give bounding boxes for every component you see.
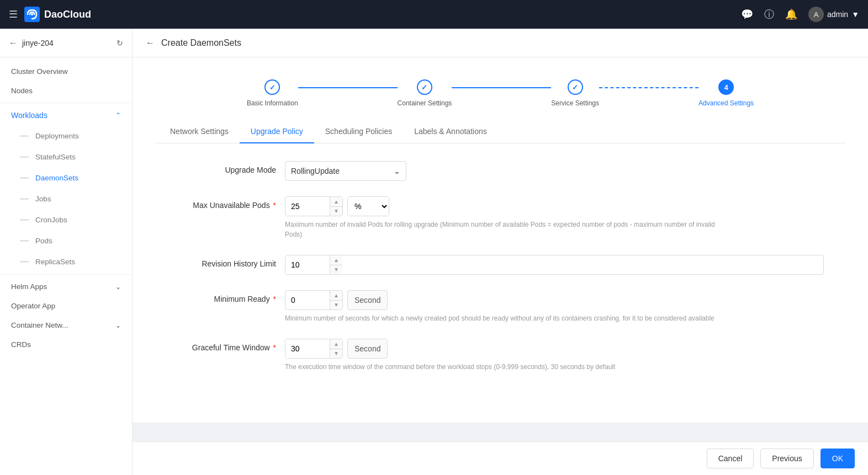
brand-name: DaoCloud [44, 9, 91, 20]
graceful-time-number-input[interactable]: 30 ▲ ▼ [285, 339, 343, 359]
notification-icon[interactable]: 🔔 [785, 8, 797, 20]
sidebar-item-label: Cluster Overview [11, 67, 68, 76]
sidebar-item-container-netw[interactable]: Container Netw... ⌄ [0, 316, 132, 335]
user-name: admin [827, 10, 848, 19]
daocloud-logo-icon [24, 7, 40, 22]
graceful-time-label: Graceful Time Window * [177, 339, 276, 352]
wizard-body: ✓ Basic Information ✓ Container Settings… [133, 57, 868, 441]
revision-history-up-btn[interactable]: ▲ [330, 255, 342, 265]
dash-icon: — [20, 236, 29, 245]
ok-button[interactable]: OK [821, 449, 855, 468]
cancel-button[interactable]: Cancel [707, 449, 754, 468]
sidebar-nav: Cluster Overview Nodes Workloads ⌃ — Dep… [0, 57, 132, 475]
hamburger-icon[interactable]: ☰ [9, 8, 18, 20]
minimum-ready-spinners: ▲ ▼ [330, 291, 342, 309]
tabs-bar: Network Settings Upgrade Policy Scheduli… [155, 120, 846, 143]
sidebar-item-label: Container Netw... [11, 321, 68, 329]
graceful-time-required: * [273, 343, 276, 352]
sidebar-item-jobs[interactable]: — Jobs [0, 188, 132, 209]
step-circle-2: ✓ [417, 79, 432, 95]
dash-icon: — [20, 152, 29, 162]
max-unavailable-hint: Maximum number of invalid Pods for rolli… [285, 220, 727, 239]
max-unavailable-unit-dropdown[interactable]: % Count [348, 197, 389, 216]
dash-icon: — [20, 131, 29, 141]
user-menu[interactable]: A admin ▼ [808, 7, 859, 22]
graceful-time-down-btn[interactable]: ▼ [330, 349, 342, 359]
help-icon[interactable]: ⓘ [764, 8, 774, 21]
upgrade-mode-value: RollingUpdate [291, 167, 340, 175]
graceful-time-spinners: ▲ ▼ [330, 339, 342, 358]
max-unavailable-number-input[interactable]: 25 ▲ ▼ [285, 196, 343, 216]
workloads-expand-icon: ⌃ [115, 111, 121, 119]
max-unavailable-up-btn[interactable]: ▲ [330, 197, 342, 206]
previous-button[interactable]: Previous [760, 449, 813, 468]
sidebar-item-label: Helm Apps [11, 282, 47, 291]
revision-history-number-input[interactable]: 10 ▲ ▼ [285, 255, 824, 275]
sidebar-item-pods[interactable]: — Pods [0, 230, 132, 251]
tab-upgrade-policy[interactable]: Upgrade Policy [240, 120, 314, 143]
graceful-time-input-field[interactable]: 30 [285, 339, 330, 358]
sidebar-item-workloads[interactable]: Workloads ⌃ [0, 105, 132, 125]
sidebar-item-operator-app[interactable]: Operator App [0, 296, 132, 316]
minimum-ready-hint: Minimum number of seconds for which a ne… [285, 313, 727, 323]
sidebar-item-label: CronJobs [35, 216, 67, 224]
tab-scheduling-policies[interactable]: Scheduling Policies [314, 120, 403, 143]
container-netw-expand-icon: ⌄ [115, 322, 121, 329]
graceful-time-up-btn[interactable]: ▲ [330, 339, 342, 349]
graceful-time-unit: Second [347, 339, 388, 359]
revision-history-spinners: ▲ ▼ [330, 255, 342, 274]
graceful-time-hint: The execution time window of the command… [285, 362, 727, 372]
sidebar-item-crds[interactable]: CRDs [0, 335, 132, 354]
max-unavailable-unit-select[interactable]: % Count [347, 196, 389, 216]
sidebar-item-cronjobs[interactable]: — CronJobs [0, 209, 132, 230]
sidebar-item-label: Nodes [11, 87, 33, 95]
page-back-icon[interactable]: ← [146, 38, 155, 48]
minimum-ready-input-field[interactable]: 0 [285, 291, 330, 309]
max-unavailable-label: Max Unavailable Pods * [177, 196, 276, 210]
graceful-time-control: 30 ▲ ▼ Second The execution time window [285, 339, 824, 372]
form-row-minimum-ready: Minimum Ready * 0 ▲ ▼ [177, 290, 824, 323]
sidebar-item-label: Workloads [11, 111, 47, 120]
sidebar-item-helm-apps[interactable]: Helm Apps ⌄ [0, 277, 132, 296]
minimum-ready-up-btn[interactable]: ▲ [330, 291, 342, 300]
helm-apps-expand-icon: ⌄ [115, 283, 121, 291]
upgrade-mode-select[interactable]: RollingUpdate ⌄ [285, 161, 406, 181]
max-unavailable-input-wrap: 25 ▲ ▼ % [285, 196, 824, 216]
avatar: A [808, 7, 824, 22]
top-navigation: ☰ DaoCloud 💬 ⓘ 🔔 A admin ▼ [0, 0, 868, 29]
step-circle-1: ✓ [264, 79, 280, 95]
cluster-back-icon[interactable]: ← [9, 38, 18, 48]
chat-icon[interactable]: 💬 [741, 8, 753, 20]
sidebar-item-label: DaemonSets [35, 174, 78, 182]
dash-icon: — [20, 215, 29, 225]
sidebar: ← jinye-204 ↻ Cluster Overview Nodes Wor… [0, 29, 133, 475]
sidebar-item-cluster-overview[interactable]: Cluster Overview [0, 62, 132, 81]
step-advanced-settings: 4 Advanced Settings [698, 79, 754, 107]
tab-labels-annotations[interactable]: Labels & Annotations [403, 120, 498, 143]
minimum-ready-down-btn[interactable]: ▼ [330, 301, 342, 310]
page-title: Create DaemonSets [161, 38, 241, 48]
form-row-graceful-time: Graceful Time Window * 30 ▲ ▼ [177, 339, 824, 372]
sidebar-item-label: Jobs [35, 195, 51, 203]
sidebar-item-deployments[interactable]: — Deployments [0, 125, 132, 146]
minimum-ready-number-input[interactable]: 0 ▲ ▼ [285, 290, 343, 310]
sidebar-item-daemonsets[interactable]: — DaemonSets [0, 167, 132, 188]
sidebar-item-label: StatefulSets [35, 153, 76, 161]
step-circle-4: 4 [718, 79, 734, 95]
step-line-1-2 [298, 87, 398, 88]
svg-point-1 [31, 13, 33, 15]
sidebar-item-replicasets[interactable]: — ReplicaSets [0, 251, 132, 272]
wizard-card: ✓ Basic Information ✓ Container Settings… [133, 57, 868, 423]
step-label-1: Basic Information [247, 99, 298, 107]
cluster-refresh-icon[interactable]: ↻ [117, 39, 123, 47]
sidebar-item-nodes[interactable]: Nodes [0, 81, 132, 100]
step-service-settings: ✓ Service Settings [551, 79, 599, 107]
sidebar-item-label: CRDs [11, 340, 31, 349]
max-unavailable-down-btn[interactable]: ▼ [330, 207, 342, 216]
max-unavailable-input-field[interactable]: 25 [285, 197, 330, 216]
sidebar-item-statefulsets[interactable]: — StatefulSets [0, 146, 132, 167]
revision-history-input-field[interactable]: 10 [285, 255, 330, 274]
cluster-header: ← jinye-204 ↻ [0, 29, 132, 57]
tab-network-settings[interactable]: Network Settings [159, 120, 240, 143]
revision-history-down-btn[interactable]: ▼ [330, 265, 342, 275]
